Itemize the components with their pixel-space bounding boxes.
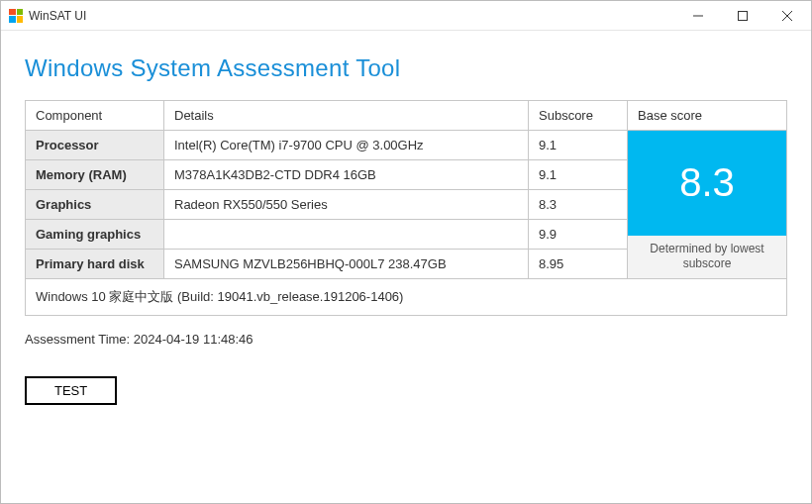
app-window: WinSAT UI Windows System Assessment Tool… <box>0 0 812 504</box>
row-details: SAMSUNG MZVLB256HBHQ-000L7 238.47GB <box>164 250 529 278</box>
base-score-caption: Determined by lowest subscore <box>628 236 786 278</box>
page-title: Windows System Assessment Tool <box>25 54 787 82</box>
row-details: M378A1K43DB2-CTD DDR4 16GB <box>164 160 529 189</box>
row-subscore: 8.95 <box>529 250 628 278</box>
os-info: Windows 10 家庭中文版 (Build: 19041.vb_releas… <box>25 279 787 316</box>
svg-rect-1 <box>738 11 747 20</box>
window-title: WinSAT UI <box>29 9 86 23</box>
titlebar: WinSAT UI <box>1 1 811 31</box>
row-details: Intel(R) Core(TM) i7-9700 CPU @ 3.00GHz <box>164 131 529 159</box>
row-subscore: 9.1 <box>529 131 628 159</box>
table-row: Graphics Radeon RX550/550 Series 8.3 <box>26 190 628 220</box>
test-button[interactable]: TEST <box>25 376 117 405</box>
windows-logo-icon <box>9 9 23 23</box>
row-component: Primary hard disk <box>26 250 164 278</box>
row-component: Memory (RAM) <box>26 160 164 189</box>
row-subscore: 9.1 <box>529 160 628 189</box>
table-header-row: Component Details Subscore Base score <box>26 101 786 131</box>
window-controls <box>675 1 809 30</box>
header-details: Details <box>164 101 529 130</box>
table-row: Processor Intel(R) Core(TM) i7-9700 CPU … <box>26 131 628 160</box>
base-score-value: 8.3 <box>628 131 786 236</box>
assessment-time: Assessment Time: 2024-04-19 11:48:46 <box>25 332 787 347</box>
row-subscore: 8.3 <box>529 190 628 219</box>
row-subscore: 9.9 <box>529 220 628 249</box>
score-table: Component Details Subscore Base score Pr… <box>25 100 787 279</box>
table-row: Memory (RAM) M378A1K43DB2-CTD DDR4 16GB … <box>26 160 628 190</box>
table-row: Gaming graphics 9.9 <box>26 220 628 250</box>
header-component: Component <box>26 101 164 130</box>
close-button[interactable] <box>764 1 809 30</box>
row-component: Graphics <box>26 190 164 219</box>
row-component: Gaming graphics <box>26 220 164 249</box>
header-basescore: Base score <box>628 101 786 130</box>
content-area: Windows System Assessment Tool Component… <box>1 31 811 503</box>
row-details: Radeon RX550/550 Series <box>164 190 529 219</box>
minimize-button[interactable] <box>675 1 720 30</box>
base-score-cell: 8.3 Determined by lowest subscore <box>628 131 786 278</box>
table-body: Processor Intel(R) Core(TM) i7-9700 CPU … <box>26 131 786 278</box>
row-component: Processor <box>26 131 164 159</box>
maximize-button[interactable] <box>720 1 764 30</box>
table-row: Primary hard disk SAMSUNG MZVLB256HBHQ-0… <box>26 250 628 278</box>
row-details <box>164 220 529 249</box>
header-subscore: Subscore <box>529 101 628 130</box>
